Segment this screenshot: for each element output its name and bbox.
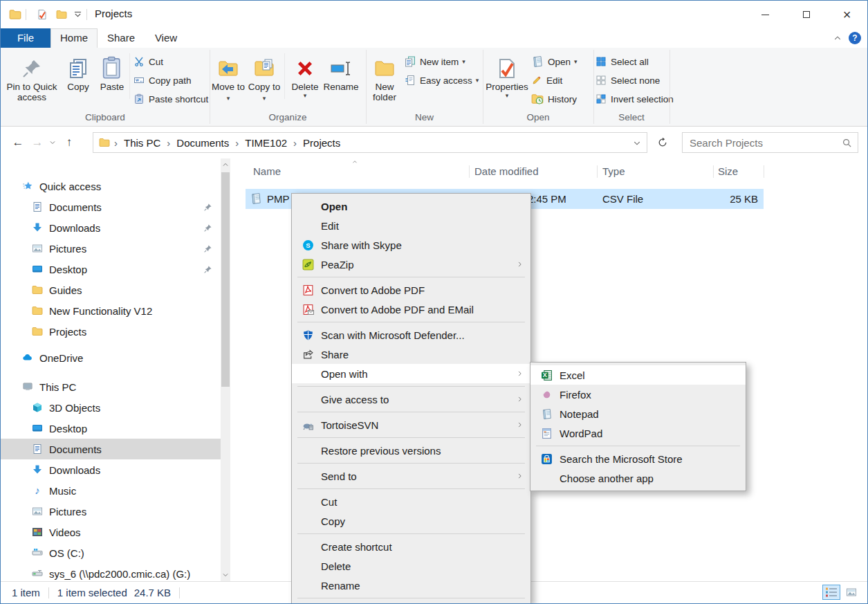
sidebar-item-desktop-pc[interactable]: Desktop: [1, 418, 221, 439]
menu-item-peazip[interactable]: PeaZip: [292, 255, 530, 274]
sidebar-item-downloads[interactable]: Downloads: [1, 217, 221, 238]
column-header-type[interactable]: Type: [602, 163, 625, 181]
column-divider[interactable]: [469, 165, 470, 178]
refresh-button[interactable]: [652, 132, 674, 153]
submenu-item-wordpad[interactable]: WordPad: [530, 423, 746, 443]
submenu-item-notepad[interactable]: Notepad: [530, 404, 746, 423]
address-dropdown-icon[interactable]: [633, 139, 641, 147]
large-icons-view-button[interactable]: [842, 585, 860, 600]
column-header-name[interactable]: Name: [253, 163, 281, 181]
details-view-button[interactable]: [822, 585, 840, 600]
breadcrumb-chevron[interactable]: ›: [163, 137, 174, 149]
history-button[interactable]: History: [531, 90, 577, 108]
submenu-item-excel[interactable]: Excel: [530, 365, 746, 385]
menu-item-share-with-skype[interactable]: Share with Skype: [292, 235, 530, 255]
sidebar-item-documents-pc[interactable]: Documents: [1, 439, 221, 459]
menu-item-create-shortcut[interactable]: Create shortcut: [292, 537, 530, 556]
properties-button[interactable]: Properties ▾: [484, 51, 530, 99]
sidebar-item-guides[interactable]: Guides: [1, 280, 221, 300]
sidebar-item-videos[interactable]: Videos: [1, 522, 221, 542]
submenu-item-search-microsoft-store[interactable]: Search the Microsoft Store: [530, 449, 746, 468]
menu-item-tortoisesvn[interactable]: TortoiseSVN: [292, 415, 530, 434]
column-header-size[interactable]: Size: [718, 163, 738, 181]
recent-locations-button[interactable]: [46, 133, 59, 152]
sidebar-item-pictures[interactable]: Pictures: [1, 238, 221, 259]
maximize-button[interactable]: [790, 1, 822, 28]
easy-access-button[interactable]: Easy access▾: [405, 71, 479, 89]
sidebar-item-pictures-pc[interactable]: Pictures: [1, 501, 221, 522]
breadcrumb-documents[interactable]: Documents: [174, 137, 231, 149]
copy-to-button[interactable]: Copy to ▾: [247, 51, 281, 104]
minimize-button[interactable]: [749, 1, 782, 28]
paste-button[interactable]: Paste: [96, 51, 128, 92]
menu-item-convert-to-adobe-pdf[interactable]: Convert to Adobe PDF: [292, 280, 530, 300]
scrollbar-thumb[interactable]: [221, 172, 230, 387]
close-button[interactable]: ×: [831, 1, 863, 28]
menu-item-copy[interactable]: Copy: [292, 511, 530, 531]
breadcrumb-projects[interactable]: Projects: [301, 137, 342, 149]
submenu-item-choose-another-app[interactable]: Choose another app: [530, 468, 746, 488]
menu-item-restore-previous-versions[interactable]: Restore previous versions: [292, 441, 530, 460]
qat-properties-button[interactable]: [34, 6, 50, 23]
delete-button[interactable]: Delete ▾: [287, 51, 323, 99]
tab-view[interactable]: View: [145, 28, 187, 48]
sidebar-item-music[interactable]: ♪Music: [1, 480, 221, 501]
sidebar-item-projects[interactable]: Projects: [1, 321, 221, 342]
search-input[interactable]: [682, 132, 858, 153]
tab-file[interactable]: File: [1, 28, 50, 48]
move-to-button[interactable]: Move to ▾: [211, 51, 246, 104]
menu-item-rename[interactable]: Rename: [292, 576, 530, 595]
scroll-up-icon[interactable]: [222, 161, 229, 168]
menu-item-send-to[interactable]: Send to: [292, 466, 530, 486]
address-bar[interactable]: › This PC › Documents › TIME102 › Projec…: [93, 132, 647, 153]
forward-button[interactable]: →: [28, 133, 46, 152]
sidebar-scrollbar[interactable]: [221, 158, 230, 581]
menu-item-delete[interactable]: Delete: [292, 556, 530, 576]
breadcrumb-chevron[interactable]: ›: [110, 137, 122, 149]
column-divider[interactable]: [713, 165, 714, 178]
tab-share[interactable]: Share: [98, 28, 145, 48]
select-none-button[interactable]: Select none: [595, 71, 660, 89]
sidebar-item-3d-objects[interactable]: 3D Objects: [1, 397, 221, 418]
breadcrumb-chevron[interactable]: ›: [231, 137, 243, 149]
menu-item-edit[interactable]: Edit: [292, 216, 530, 235]
menu-item-open[interactable]: Open: [292, 196, 530, 216]
menu-item-cut[interactable]: Cut: [292, 492, 530, 511]
column-header-date-modified[interactable]: Date modified: [474, 163, 539, 181]
rename-button[interactable]: Rename: [319, 51, 363, 92]
sidebar-item-downloads-pc[interactable]: Downloads: [1, 459, 221, 480]
breadcrumb-this-pc[interactable]: This PC: [122, 137, 163, 149]
menu-item-convert-to-adobe-pdf-and-email[interactable]: Convert to Adobe PDF and EMail: [292, 300, 530, 319]
sidebar-item-new-functionality-v12[interactable]: New Functionality V12: [1, 300, 221, 321]
menu-item-share[interactable]: Share: [292, 345, 530, 364]
sidebar-item-documents[interactable]: Documents: [1, 196, 221, 217]
column-divider[interactable]: [764, 165, 764, 178]
sidebar-item-this-pc[interactable]: This PC: [1, 376, 221, 397]
sidebar-item-onedrive[interactable]: OneDrive: [1, 347, 221, 368]
scroll-down-icon[interactable]: [222, 571, 229, 578]
copy-button[interactable]: Copy: [63, 51, 93, 92]
ribbon-collapse-button[interactable]: [833, 34, 842, 42]
pin-to-quick-access-button[interactable]: Pin to Quick access: [3, 51, 60, 102]
back-button[interactable]: ←: [9, 133, 27, 152]
qat-new-folder-button[interactable]: [53, 6, 70, 23]
paste-shortcut-button[interactable]: Paste shortcut: [133, 90, 208, 108]
column-divider[interactable]: [597, 165, 598, 178]
sidebar-item-desktop[interactable]: Desktop: [1, 259, 221, 280]
open-button[interactable]: Open▾: [531, 53, 578, 71]
menu-item-give-access-to[interactable]: Give access to: [292, 390, 530, 409]
edit-button[interactable]: Edit: [531, 71, 562, 89]
new-folder-button[interactable]: New folder: [366, 51, 403, 102]
up-button[interactable]: ↑: [60, 133, 78, 152]
menu-item-scan-with-microsoft-defender[interactable]: Scan with Microsoft Defender...: [292, 325, 530, 345]
sidebar-item-os-c[interactable]: OS (C:): [1, 542, 221, 563]
submenu-item-firefox[interactable]: Firefox: [530, 385, 746, 404]
cut-button[interactable]: Cut: [133, 53, 163, 71]
select-all-button[interactable]: Select all: [595, 53, 649, 71]
new-item-button[interactable]: New item▾: [405, 53, 465, 71]
invert-selection-button[interactable]: Invert selection: [595, 90, 674, 108]
copy-path-button[interactable]: Copy path: [133, 71, 192, 89]
breadcrumb-chevron[interactable]: ›: [289, 137, 301, 149]
qat-customize-button[interactable]: [71, 6, 84, 23]
tab-home[interactable]: Home: [50, 28, 98, 48]
